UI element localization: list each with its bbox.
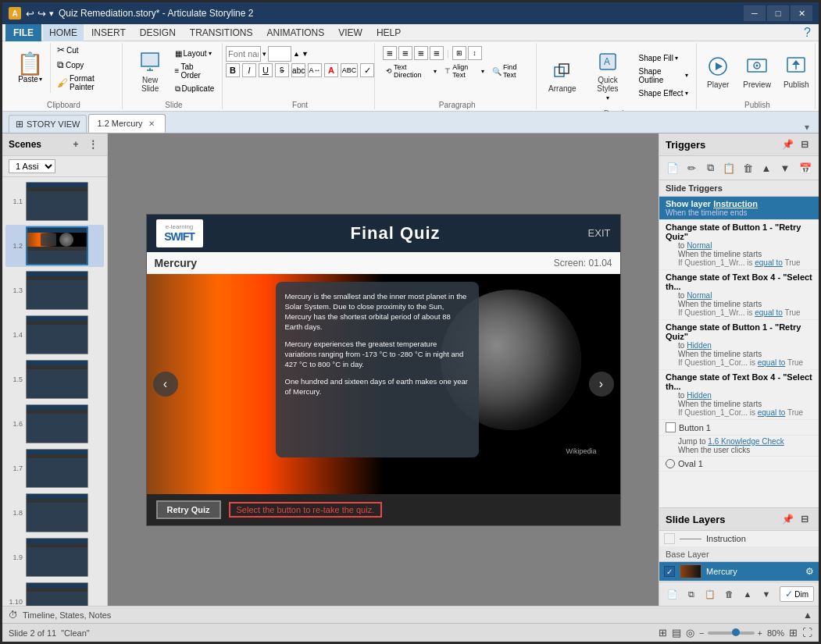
trigger-copy-btn[interactable]: ⧉ [701,159,719,176]
font-family-input[interactable] [226,46,261,62]
font-color-button[interactable]: A [324,63,338,77]
layer-copy-btn[interactable]: ⧉ [683,585,700,603]
layer-delete-btn[interactable]: 🗑 [720,585,737,603]
trigger-item-5[interactable]: Change state of Text Box 4 - "Select th.… [659,370,819,420]
format-painter-button[interactable]: 🖌 Format Painter [54,73,117,93]
slide-view-btn[interactable]: ▤ [672,627,681,639]
menu-insert[interactable]: INSERT [85,24,132,41]
trigger-up-btn[interactable]: ▲ [758,159,775,176]
slide-thumb-4[interactable]: 1.4 [5,314,104,356]
trigger-calendar-btn[interactable]: 📅 [797,159,814,176]
mercury-layer-item[interactable]: ✓ Mercury ⚙ [659,562,819,582]
menu-home[interactable]: HOME [43,24,84,41]
trigger-item-3[interactable]: Change state of Text Box 4 - "Select th.… [659,270,819,320]
dim-button[interactable]: ✓ Dim [780,586,814,602]
slide-thumb-2[interactable]: 1.2 [5,225,104,267]
mercury-layer-gear-icon[interactable]: ⚙ [805,566,814,577]
minimize-btn[interactable]: ─ [744,5,766,21]
zoom-out-btn[interactable]: − [699,628,704,638]
instruction-layer-visibility[interactable] [664,533,675,544]
slide-thumb-6[interactable]: 1.6 [5,403,104,445]
clear-format-button[interactable]: ✓ [360,63,374,77]
button1-trigger-item[interactable]: Button 1 [659,420,819,436]
mercury-layer-checkbox[interactable]: ✓ [664,566,675,577]
slide-tab[interactable]: 1.2 Mercury ✕ [88,114,165,133]
justify-button[interactable]: ≡ [430,46,444,60]
layers-pin-btn[interactable]: 📌 [780,511,795,527]
find-text-button[interactable]: 🔍 Find Text [489,62,532,80]
nav-left-button[interactable]: ‹ [153,372,178,397]
align-text-button[interactable]: ⊤ Align Text ▾ [441,62,487,80]
close-btn[interactable]: ✕ [791,5,812,21]
trigger-item-4[interactable]: Change state of Button 1 - "Retry Quiz" … [659,320,819,370]
line-spacing-button[interactable]: ↕ [468,46,482,60]
italic-button[interactable]: I [242,63,256,77]
trigger-down-btn[interactable]: ▼ [776,159,794,176]
copy-button[interactable]: ⧉ Copy [54,58,117,72]
trigger-1-link[interactable]: Instruction [713,199,758,208]
shape-effect-button[interactable]: Shape Effect ▾ [636,87,691,99]
tab-scroll-right[interactable]: ▾ [801,122,812,133]
fullscreen-btn[interactable]: ⛶ [802,627,812,639]
story-view-tab[interactable]: ⊞ STORY VIEW [9,115,87,133]
tab-order-button[interactable]: ≡ Tab Order [172,61,218,81]
duplicate-button[interactable]: ⧉ Duplicate [172,83,218,95]
layers-float-btn[interactable]: ⊟ [797,511,812,527]
instruction-layer-item[interactable]: Instruction [659,531,819,547]
trigger-add-btn[interactable]: 📄 [664,159,681,176]
char-spacing-button[interactable]: A↔ [308,63,322,77]
trigger-item-1[interactable]: Show layer Instruction When the timeline… [659,197,819,220]
scenes-add-btn[interactable]: + [68,137,84,152]
fit-window-btn[interactable]: ⊞ [789,627,798,639]
slide-tab-close[interactable]: ✕ [146,118,157,129]
timeline-collapse-btn[interactable]: ▲ [803,610,812,621]
triggers-float-btn[interactable]: ⊟ [797,137,812,152]
trigger-paste-btn[interactable]: 📋 [720,159,737,176]
trigger-5-hidden-link[interactable]: Hidden [687,391,712,400]
slide-thumb-8[interactable]: 1.8 [5,492,104,534]
redo-btn[interactable]: ↪ [37,8,46,20]
menu-help[interactable]: HELP [370,24,407,41]
arrange-button[interactable]: Arrange [544,55,580,96]
font-size-up[interactable]: ▲ [293,50,300,58]
oval1-item[interactable]: Oval 1 [659,457,819,471]
layer-up-btn[interactable]: ▲ [739,585,756,603]
trigger-5-equal-link[interactable]: equal to [758,408,786,417]
highlight-button[interactable]: ABC [341,63,358,77]
menu-file[interactable]: FILE [5,24,41,41]
new-slide-button[interactable]: New Slide [130,46,170,96]
shape-fill-button[interactable]: Shape Fill ▾ [636,52,691,64]
fit-view-btn[interactable]: ◎ [686,627,694,639]
trigger-delete-btn[interactable]: 🗑 [739,159,756,176]
preview-button[interactable]: Preview [738,51,776,92]
menu-transitions[interactable]: TRANSITIONS [184,24,259,41]
button1-jump-link[interactable]: 1.6 Knowledge Check [708,437,784,446]
slide-thumb-10[interactable]: 1.10 [5,581,104,606]
maximize-btn[interactable]: □ [767,5,789,21]
slide-thumb-3[interactable]: 1.3 [5,269,104,311]
scenes-menu-btn[interactable]: ⋮ [85,137,101,152]
paste-button[interactable]: 📋 Paste ▾ [10,43,51,93]
menu-view[interactable]: VIEW [332,24,369,41]
layer-down-btn[interactable]: ▼ [758,585,775,603]
zoom-slider[interactable] [708,632,755,635]
slide-thumb-5[interactable]: 1.5 [5,358,104,400]
menu-design[interactable]: DESIGN [134,24,182,41]
text-direction-button[interactable]: ⟲ Text Direction ▾ [383,62,440,80]
scene-selector[interactable]: 1 Assi [9,159,55,173]
trigger-3-equal-link[interactable]: equal to [755,308,783,317]
publish-button[interactable]: Publish [779,51,814,92]
column-button[interactable]: ⊞ [452,46,466,60]
timeline-bar[interactable]: ⏱ Timeline, States, Notes ▲ [2,606,819,623]
undo-btn[interactable]: ↩ [26,8,34,20]
font-dropdown-arrow[interactable]: ▾ [262,50,266,58]
bold-button[interactable]: B [226,63,240,77]
font-size-input[interactable] [268,46,291,62]
trigger-4-hidden-link[interactable]: Hidden [687,341,712,350]
help-icon[interactable]: ? [799,26,816,40]
font-size-down[interactable]: ▼ [302,50,309,58]
strikethrough-button[interactable]: S̶ [275,63,289,77]
align-right-button[interactable]: ≡ [414,46,428,60]
zoom-in-btn[interactable]: + [758,628,762,638]
triggers-pin-btn[interactable]: 📌 [780,137,795,152]
